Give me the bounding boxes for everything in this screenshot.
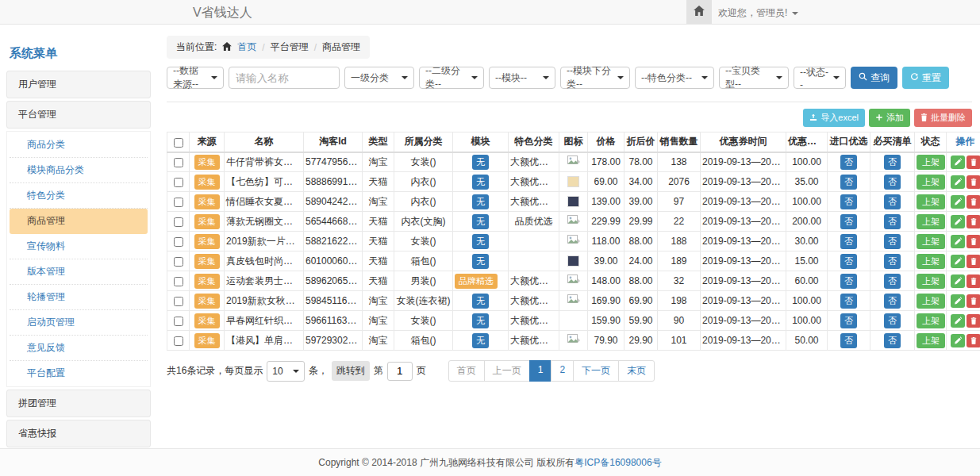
must-buy-toggle-button[interactable]: 否 xyxy=(884,214,901,229)
module-none-badge[interactable]: 无 xyxy=(472,155,489,170)
user-menu[interactable]: 欢迎您，管理员! xyxy=(718,6,798,20)
edit-button[interactable] xyxy=(951,294,965,308)
import-toggle-button[interactable]: 否 xyxy=(840,155,857,170)
page-button-末页[interactable]: 末页 xyxy=(618,360,655,382)
sidebar-item-启动页管理[interactable]: 启动页管理 xyxy=(10,310,148,336)
status-badge[interactable]: 上架 xyxy=(917,313,945,328)
delete-button[interactable] xyxy=(967,175,980,189)
edit-button[interactable] xyxy=(951,195,965,209)
sidebar-item-版本管理[interactable]: 版本管理 xyxy=(10,259,148,285)
row-checkbox[interactable] xyxy=(174,277,183,286)
reset-button[interactable]: 重置 xyxy=(902,67,949,89)
sidebar-item-宣传物料[interactable]: 宣传物料 xyxy=(10,234,148,259)
sidebar-item-特色分类[interactable]: 特色分类 xyxy=(10,183,148,209)
module-none-badge[interactable]: 无 xyxy=(472,234,489,249)
edit-button[interactable] xyxy=(951,314,965,328)
module-none-badge[interactable]: 无 xyxy=(472,254,489,269)
import-toggle-button[interactable]: 否 xyxy=(840,254,857,269)
status-badge[interactable]: 上架 xyxy=(917,333,945,348)
must-buy-toggle-button[interactable]: 否 xyxy=(884,175,901,190)
edit-button[interactable] xyxy=(951,235,965,248)
status-badge[interactable]: 上架 xyxy=(917,214,945,229)
jump-page-input[interactable] xyxy=(387,362,413,381)
filter-select-4[interactable]: --模块下分类-- xyxy=(560,67,630,89)
must-buy-toggle-button[interactable]: 否 xyxy=(884,254,901,269)
status-badge[interactable]: 上架 xyxy=(917,155,945,170)
sidebar-item-商品分类[interactable]: 商品分类 xyxy=(10,132,148,158)
delete-button[interactable] xyxy=(967,215,980,228)
must-buy-toggle-button[interactable]: 否 xyxy=(884,294,901,309)
filter-select-1[interactable]: 一级分类 xyxy=(344,67,414,89)
must-buy-toggle-button[interactable]: 否 xyxy=(884,333,901,348)
status-badge[interactable]: 上架 xyxy=(917,175,945,190)
import-toggle-button[interactable]: 否 xyxy=(840,234,857,249)
must-buy-toggle-button[interactable]: 否 xyxy=(884,155,901,170)
must-buy-toggle-button[interactable]: 否 xyxy=(884,194,901,209)
name-search-input[interactable] xyxy=(229,67,340,89)
filter-select-5[interactable]: --特色分类-- xyxy=(635,67,714,89)
module-none-badge[interactable]: 无 xyxy=(472,214,489,229)
batch-delete-button[interactable]: 批量删除 xyxy=(914,109,972,127)
add-button[interactable]: 添加 xyxy=(869,109,910,127)
row-checkbox[interactable] xyxy=(174,217,183,227)
data-source-select[interactable]: --数据来源-- xyxy=(167,67,224,89)
import-toggle-button[interactable]: 否 xyxy=(840,194,857,209)
sidebar-item-模块商品分类[interactable]: 模块商品分类 xyxy=(10,158,148,183)
jump-to-button[interactable]: 跳转到 xyxy=(332,361,370,381)
row-checkbox[interactable] xyxy=(174,237,183,247)
delete-button[interactable] xyxy=(967,294,980,308)
sidebar-item-平台配置[interactable]: 平台配置 xyxy=(10,361,148,386)
edit-button[interactable] xyxy=(951,334,965,347)
import-toggle-button[interactable]: 否 xyxy=(840,274,857,289)
row-checkbox[interactable] xyxy=(174,158,183,167)
edit-button[interactable] xyxy=(951,255,965,268)
import-excel-button[interactable]: 导入excel xyxy=(803,109,865,127)
filter-select-6[interactable]: --宝贝类型-- xyxy=(719,67,789,89)
module-none-badge[interactable]: 无 xyxy=(472,194,489,209)
import-toggle-button[interactable]: 否 xyxy=(840,294,857,309)
edit-button[interactable] xyxy=(951,274,965,288)
row-checkbox[interactable] xyxy=(174,336,183,346)
delete-button[interactable] xyxy=(967,255,980,268)
sidebar-group-用户管理[interactable]: 用户管理 xyxy=(6,71,151,98)
import-toggle-button[interactable]: 否 xyxy=(840,333,857,348)
page-button-上一页[interactable]: 上一页 xyxy=(484,360,530,382)
status-badge[interactable]: 上架 xyxy=(917,274,945,289)
must-buy-toggle-button[interactable]: 否 xyxy=(884,274,901,289)
sidebar-group-拼团管理[interactable]: 拼团管理 xyxy=(6,390,151,417)
row-checkbox[interactable] xyxy=(174,257,183,267)
module-none-badge[interactable]: 无 xyxy=(472,333,489,348)
module-none-badge[interactable]: 无 xyxy=(472,294,489,309)
search-button[interactable]: 查询 xyxy=(851,67,897,89)
must-buy-toggle-button[interactable]: 否 xyxy=(884,313,901,328)
filter-select-2[interactable]: --二级分类-- xyxy=(419,67,484,89)
edit-button[interactable] xyxy=(951,215,965,228)
import-toggle-button[interactable]: 否 xyxy=(840,214,857,229)
page-button-2[interactable]: 2 xyxy=(551,360,574,382)
status-badge[interactable]: 上架 xyxy=(917,254,945,269)
delete-button[interactable] xyxy=(967,235,980,248)
delete-button[interactable] xyxy=(967,334,980,347)
page-button-1[interactable]: 1 xyxy=(529,360,552,382)
delete-button[interactable] xyxy=(967,155,980,169)
breadcrumb-home-link[interactable]: 首页 xyxy=(237,40,256,54)
must-buy-toggle-button[interactable]: 否 xyxy=(884,234,901,249)
row-checkbox[interactable] xyxy=(174,297,183,306)
page-button-下一页[interactable]: 下一页 xyxy=(573,360,619,382)
sidebar-item-商品管理[interactable]: 商品管理 xyxy=(10,209,148,234)
sidebar-group-省惠快报[interactable]: 省惠快报 xyxy=(6,420,151,447)
status-badge[interactable]: 上架 xyxy=(917,294,945,309)
status-badge[interactable]: 上架 xyxy=(917,194,945,209)
select-all-checkbox[interactable] xyxy=(174,138,183,148)
row-checkbox[interactable] xyxy=(174,198,183,207)
delete-button[interactable] xyxy=(967,314,980,328)
module-none-badge[interactable]: 无 xyxy=(472,313,489,328)
page-button-首页[interactable]: 首页 xyxy=(448,360,485,382)
sidebar-item-轮播管理[interactable]: 轮播管理 xyxy=(10,285,148,310)
delete-button[interactable] xyxy=(967,274,980,288)
module-none-badge[interactable]: 无 xyxy=(472,175,489,190)
import-toggle-button[interactable]: 否 xyxy=(840,175,857,190)
edit-button[interactable] xyxy=(951,175,965,189)
sidebar-group-平台管理[interactable]: 平台管理 xyxy=(6,101,151,129)
row-checkbox[interactable] xyxy=(174,317,183,326)
